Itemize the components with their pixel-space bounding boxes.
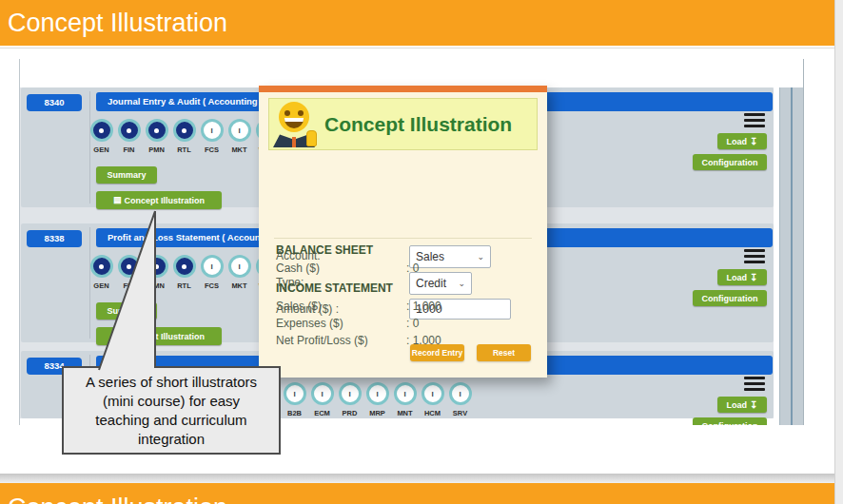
concept-illustration-button[interactable]: ▤Concept Illustration — [96, 191, 222, 209]
module-active-dot — [182, 128, 186, 133]
concept-illustration-button[interactable]: ▤Concept Illustration — [96, 327, 222, 345]
inner-scrollbar[interactable] — [779, 87, 803, 425]
module-toggle-gen[interactable] — [90, 119, 113, 142]
journal-icon: ▤ — [113, 332, 122, 340]
module-info-glyph: I — [293, 390, 295, 398]
load-label: Load — [727, 400, 748, 410]
slide-page: Concept Illustration 8340Journal Entry &… — [0, 0, 843, 504]
module-info-glyph: I — [321, 390, 323, 398]
course-id-badge: 8338 — [27, 230, 82, 247]
module-label: FIN — [123, 145, 134, 154]
module-toggle-mnt[interactable]: I — [394, 382, 417, 405]
module-label: MKT — [231, 145, 246, 154]
next-slide-title: Concept Illustration — [0, 483, 834, 504]
module-label: MRP — [369, 409, 385, 417]
hamburger-bar — [744, 261, 765, 263]
module-label: SRV — [453, 409, 467, 417]
module-toggle-mkt[interactable]: I — [228, 255, 251, 278]
module-b2b: IB2B — [281, 382, 308, 417]
module-info-glyph: I — [431, 390, 433, 398]
account-select-value: Sales — [416, 250, 444, 263]
module-toggle-gen[interactable] — [90, 255, 113, 278]
configuration-button[interactable]: Configuration — [693, 290, 767, 306]
reset-button[interactable]: Reset — [477, 344, 531, 361]
concept-illustration-label: Concept Illustration — [125, 332, 206, 341]
module-toggle-rtl[interactable] — [173, 255, 196, 278]
load-label: Load — [727, 137, 748, 146]
module-info-glyph: I — [210, 262, 212, 271]
slide-gap — [0, 474, 834, 483]
module-info-glyph: I — [348, 390, 350, 398]
configuration-button[interactable]: Configuration — [693, 417, 767, 425]
module-toggle-prd[interactable]: I — [339, 382, 362, 405]
module-toggle-fcs[interactable]: I — [201, 119, 224, 142]
module-label: MNT — [397, 409, 412, 417]
inner-scrollbar-thumb[interactable] — [791, 87, 793, 425]
type-select[interactable]: Credit ⌄ — [409, 272, 472, 295]
module-toggle-mrp[interactable]: I — [366, 382, 389, 405]
summary-button[interactable]: Summary — [96, 302, 157, 320]
record-entry-button[interactable]: Record Entry — [410, 344, 464, 361]
cash-label: Cash ($) — [276, 262, 320, 275]
tooltip-line: A series of short illustrators — [64, 373, 279, 392]
module-active-dot — [154, 128, 159, 133]
summary-button[interactable]: Summary — [96, 166, 157, 184]
module-toggle-pmn[interactable] — [146, 255, 168, 278]
module-label: PRD — [343, 409, 358, 417]
page-title: Concept Illustration — [0, 0, 834, 38]
module-toggle-fcs[interactable]: I — [201, 255, 224, 278]
load-button[interactable]: Load↧ — [717, 133, 767, 149]
module-label: GEN — [93, 145, 108, 154]
chevron-down-icon: ⌄ — [458, 279, 465, 288]
module-gen: GEN — [88, 119, 115, 154]
hamburger-bar — [744, 377, 765, 379]
module-fcs: IFCS — [198, 119, 225, 154]
download-icon: ↧ — [750, 137, 757, 146]
module-active-dot — [99, 264, 104, 269]
modal-header-box: Concept Illustration — [268, 98, 538, 150]
module-toggle-fin[interactable] — [118, 255, 141, 278]
configuration-button[interactable]: Configuration — [693, 154, 767, 170]
module-toggle-mkt[interactable]: I — [228, 119, 251, 142]
hamburger-menu-icon[interactable] — [744, 377, 765, 394]
tooltip-line: integration — [64, 430, 279, 449]
module-mrp: IMRP — [363, 382, 391, 417]
expenses-value: : 0 — [406, 317, 419, 330]
module-toggle-hcm[interactable]: I — [422, 382, 444, 405]
course-id-badge: 8340 — [27, 94, 82, 111]
module-srv: ISRV — [446, 382, 474, 417]
hamburger-menu-icon[interactable] — [744, 113, 765, 130]
module-toggle-pmn[interactable] — [146, 119, 168, 142]
next-slide-header: Concept Illustration — [0, 483, 834, 504]
cash-value: : 0 — [406, 262, 419, 275]
tooltip-line: (mini course) for easy — [64, 392, 279, 411]
module-toggle-srv[interactable]: I — [449, 382, 472, 405]
module-label: B2B — [287, 409, 302, 417]
account-select[interactable]: Sales ⌄ — [409, 245, 491, 268]
module-toggle-rtl[interactable] — [173, 119, 196, 142]
hamburger-bar — [744, 125, 765, 127]
module-info-glyph: I — [459, 390, 461, 398]
sales-label: Sales ($) — [276, 300, 322, 313]
module-active-dot — [99, 128, 104, 133]
page-header: Concept Illustration — [0, 0, 834, 46]
module-gen: GEN — [88, 255, 115, 290]
presenter-emoji-icon — [273, 102, 319, 147]
module-info-glyph: I — [238, 262, 240, 271]
module-toggle-fin[interactable] — [118, 119, 141, 142]
modal-top-accent — [259, 86, 547, 92]
page-scrollbar[interactable] — [834, 0, 843, 504]
concept-illustration-modal: Concept Illustration Account: Sales ⌄ Ty… — [259, 86, 547, 378]
module-fin: FIN — [115, 119, 143, 154]
income-statement-heading: INCOME STATEMENT — [276, 281, 393, 295]
sales-value: : 1,000 — [406, 300, 441, 313]
module-toggle-ecm[interactable]: I — [311, 382, 334, 405]
hamburger-menu-icon[interactable] — [744, 249, 765, 266]
module-label: RTL — [177, 145, 191, 154]
download-icon: ↧ — [750, 400, 757, 410]
net-profit-label: Net Profit/Loss ($) — [276, 334, 368, 347]
load-button[interactable]: Load↧ — [717, 269, 767, 285]
module-info-glyph: I — [403, 390, 405, 398]
module-toggle-b2b[interactable]: I — [284, 382, 306, 405]
load-button[interactable]: Load↧ — [717, 397, 767, 413]
